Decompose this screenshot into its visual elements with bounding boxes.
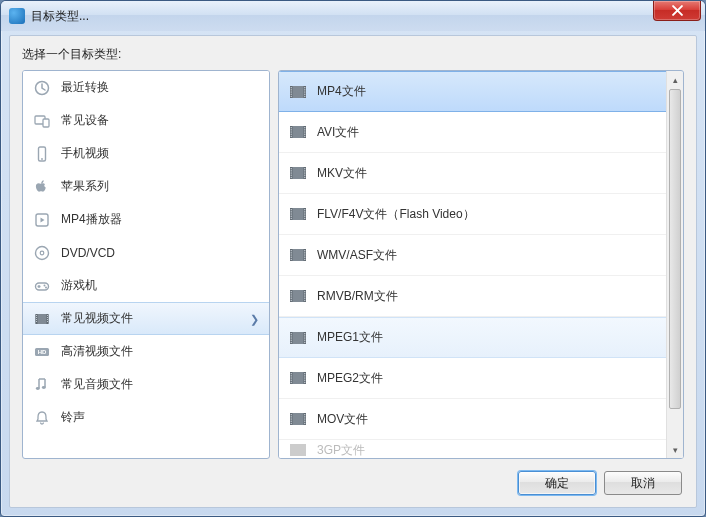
close-button[interactable] [653, 1, 701, 21]
svg-rect-98 [291, 298, 292, 299]
svg-rect-156 [304, 454, 305, 455]
svg-rect-148 [291, 447, 292, 448]
svg-rect-88 [304, 252, 305, 253]
scroll-thumb[interactable] [669, 89, 681, 409]
svg-rect-83 [291, 252, 292, 253]
svg-rect-114 [304, 335, 305, 336]
category-item[interactable]: 游戏机 [23, 269, 269, 302]
category-item[interactable]: 常见视频文件 ❯ [23, 302, 269, 335]
category-label: 最近转换 [61, 79, 109, 96]
svg-rect-85 [291, 257, 292, 258]
cancel-button[interactable]: 取消 [604, 471, 682, 495]
phone-icon [33, 145, 51, 163]
disc-icon [33, 244, 51, 262]
ok-button[interactable]: 确定 [518, 471, 596, 495]
svg-rect-147 [291, 445, 292, 446]
svg-rect-125 [291, 382, 292, 383]
category-label: 铃声 [61, 409, 85, 426]
category-item[interactable]: DVD/VCD [23, 236, 269, 269]
category-list[interactable]: 最近转换 常见设备 手机视频 苹果系列 MP4播放器 DVD/VCD 游戏机 常… [22, 70, 270, 459]
format-item[interactable]: RMVB/RM文件 [279, 276, 683, 317]
svg-rect-18 [36, 321, 37, 322]
category-item[interactable]: 苹果系列 [23, 170, 269, 203]
format-item[interactable]: MP4文件 [279, 71, 683, 112]
format-label: MPEG2文件 [317, 370, 383, 387]
film-icon [289, 410, 307, 428]
gamepad-icon [33, 277, 51, 295]
svg-rect-33 [291, 93, 292, 94]
svg-rect-102 [304, 295, 305, 296]
svg-rect-38 [304, 93, 305, 94]
format-item[interactable]: WMV/ASF文件 [279, 235, 683, 276]
svg-rect-34 [291, 95, 292, 96]
category-item[interactable]: 常见设备 [23, 104, 269, 137]
svg-rect-115 [304, 337, 305, 338]
svg-rect-59 [291, 175, 292, 176]
svg-rect-126 [304, 373, 305, 374]
format-item[interactable]: AVI文件 [279, 112, 683, 153]
svg-rect-123 [291, 377, 292, 378]
svg-rect-155 [304, 452, 305, 453]
svg-rect-84 [291, 254, 292, 255]
svg-rect-100 [304, 291, 305, 292]
category-label: MP4播放器 [61, 211, 122, 228]
format-label: RMVB/RM文件 [317, 288, 398, 305]
svg-rect-153 [304, 447, 305, 448]
svg-rect-130 [304, 382, 305, 383]
dialog-content: 选择一个目标类型: 最近转换 常见设备 手机视频 苹果系列 MP4播放器 DVD… [9, 35, 697, 508]
svg-rect-71 [291, 213, 292, 214]
svg-rect-37 [304, 91, 305, 92]
panes: 最近转换 常见设备 手机视频 苹果系列 MP4播放器 DVD/VCD 游戏机 常… [22, 70, 684, 459]
category-item[interactable]: HD 高清视频文件 [23, 335, 269, 368]
format-item[interactable]: MKV文件 [279, 153, 683, 194]
app-icon [9, 8, 25, 24]
format-list[interactable]: MP4文件 AVI文件 MKV文件 FLV/F4V文件（Flash Video）… [278, 70, 684, 459]
format-item[interactable]: MOV文件 [279, 399, 683, 440]
svg-rect-45 [291, 131, 292, 132]
svg-rect-15 [36, 315, 37, 316]
svg-rect-124 [291, 380, 292, 381]
format-item[interactable]: FLV/F4V文件（Flash Video） [279, 194, 683, 235]
format-item[interactable]: 3GP文件 [279, 440, 683, 459]
scrollbar[interactable]: ▴ ▾ [666, 71, 683, 458]
svg-rect-43 [291, 127, 292, 128]
svg-rect-74 [304, 209, 305, 210]
svg-rect-140 [304, 416, 305, 417]
svg-rect-136 [291, 418, 292, 419]
film-icon [289, 123, 307, 141]
svg-rect-32 [291, 91, 292, 92]
svg-rect-47 [291, 136, 292, 137]
scroll-down-arrow[interactable]: ▾ [667, 441, 684, 458]
film-icon [289, 369, 307, 387]
svg-text:HD: HD [38, 349, 47, 355]
svg-rect-20 [47, 317, 48, 318]
category-item[interactable]: 铃声 [23, 401, 269, 434]
format-item[interactable]: MPEG1文件 [279, 317, 683, 358]
svg-rect-87 [304, 250, 305, 251]
category-label: 常见设备 [61, 112, 109, 129]
category-item[interactable]: MP4播放器 [23, 203, 269, 236]
svg-rect-103 [304, 298, 305, 299]
format-label: MOV文件 [317, 411, 368, 428]
svg-rect-2 [43, 119, 49, 127]
svg-rect-143 [304, 423, 305, 424]
category-item[interactable]: 手机视频 [23, 137, 269, 170]
svg-rect-31 [291, 89, 292, 90]
svg-rect-16 [36, 317, 37, 318]
titlebar[interactable]: 目标类型... [1, 1, 705, 31]
svg-rect-49 [304, 129, 305, 130]
format-label: MKV文件 [317, 165, 367, 182]
svg-rect-78 [304, 218, 305, 219]
format-label: AVI文件 [317, 124, 359, 141]
film-icon [289, 205, 307, 223]
svg-rect-22 [47, 321, 48, 322]
svg-rect-101 [304, 293, 305, 294]
scroll-up-arrow[interactable]: ▴ [667, 71, 684, 88]
format-item[interactable]: MPEG2文件 [279, 358, 683, 399]
svg-rect-141 [304, 418, 305, 419]
category-item[interactable]: 最近转换 [23, 71, 269, 104]
svg-rect-91 [304, 259, 305, 260]
svg-rect-111 [291, 339, 292, 340]
category-item[interactable]: 常见音频文件 [23, 368, 269, 401]
svg-rect-51 [304, 134, 305, 135]
